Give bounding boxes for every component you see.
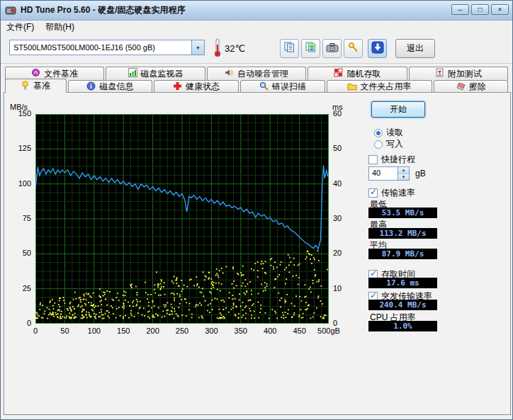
tab-random-access[interactable]: 随机存取: [308, 67, 407, 80]
y-axis-tick: 100: [18, 179, 31, 188]
hd-tune-window: HD Tune Pro 5.60 - 硬盘/固态硬盘实用程序 – □ × 文件(…: [0, 0, 513, 420]
drive-selector-value: ST500LM0ST500LM000-1EJ16 (500 gB): [10, 43, 191, 52]
tab-erase[interactable]: 擦除: [434, 80, 509, 93]
control-panel: 开始 读取 写入 快捷行程 40 ▲ ▼ gB: [363, 93, 512, 414]
max-value: 113.2 MB/s: [368, 228, 437, 239]
tab-health[interactable]: 健康状态: [154, 80, 239, 93]
write-label: 写入: [386, 138, 403, 150]
tab-label: 附加测试: [448, 68, 482, 80]
start-button[interactable]: 开始: [371, 101, 425, 118]
capacity-unit: gB: [415, 169, 426, 178]
avg-value: 87.9 MB/s: [368, 249, 437, 259]
y-axis-tick: 60: [333, 109, 342, 118]
read-label: 读取: [386, 127, 403, 139]
menu-help[interactable]: 帮助(H): [40, 20, 80, 35]
transfer-rate-checkbox[interactable]: [368, 188, 378, 198]
benchmark-chart: MB/s ms 1501251007550250 6050403020100 0…: [4, 93, 363, 414]
window-controls: – □ ×: [451, 4, 509, 15]
tab-folder-usage[interactable]: 文件夹占用率: [327, 80, 432, 93]
short-stroke-checkbox[interactable]: [368, 155, 378, 164]
x-axis-tick: 250: [176, 327, 188, 335]
tab-label: 磁盘监视器: [141, 68, 184, 80]
health-cross-icon: [173, 81, 182, 93]
disk-monitor-icon: [128, 67, 137, 80]
x-axis-tick: 0: [33, 327, 38, 335]
window-title: HD Tune Pro 5.60 - 硬盘/固态硬盘实用程序: [21, 4, 185, 16]
x-axis-ticks: 050100150200250300350400450500gB: [4, 327, 363, 336]
x-axis-tick: 400: [264, 327, 276, 335]
y-axis-tick: 75: [23, 214, 31, 222]
tab-benchmark[interactable]: 基准: [5, 79, 67, 93]
tab-label: 文件夹占用率: [361, 81, 412, 93]
spin-up-button[interactable]: ▲: [398, 167, 409, 174]
x-axis-tick: 500gB: [317, 327, 340, 335]
tab-label: 错误扫描: [272, 81, 306, 93]
read-option[interactable]: 读取: [374, 127, 403, 139]
y-axis-tick: 50: [23, 249, 31, 257]
y-axis-tick: 10: [333, 284, 342, 293]
copy-image-button[interactable]: [301, 39, 320, 58]
options-button[interactable]: [344, 39, 363, 58]
screenshot-button[interactable]: [322, 39, 342, 58]
save-arrow-icon: [371, 41, 384, 57]
lamp-icon: [21, 80, 30, 93]
capacity-spinner: ▲ ▼: [398, 167, 409, 180]
spin-down-button[interactable]: ▼: [398, 174, 409, 181]
y-axis-tick: 20: [333, 249, 342, 257]
minimize-button[interactable]: –: [451, 4, 469, 15]
info-icon: [86, 81, 96, 93]
random-access-icon: [334, 67, 343, 80]
cpu-value: 1.0%: [368, 321, 437, 331]
tab-label: 健康状态: [186, 81, 220, 93]
tab-disk-info[interactable]: 磁盘信息: [68, 80, 153, 93]
write-radio[interactable]: [374, 140, 383, 149]
speaker-icon: [225, 67, 234, 80]
copy-text-button[interactable]: [280, 39, 299, 58]
transfer-rate-option[interactable]: 传输速率: [368, 187, 415, 199]
y-axis-tick: 125: [18, 144, 31, 152]
tab-label: 自动噪音管理: [237, 68, 288, 80]
x-axis-tick: 50: [60, 327, 69, 335]
tab-label: 基准: [33, 80, 50, 92]
x-axis-tick: 450: [293, 327, 305, 335]
titlebar[interactable]: HD Tune Pro 5.60 - 硬盘/固态硬盘实用程序 – □ ×: [1, 1, 512, 21]
tab-label: 磁盘信息: [99, 81, 133, 93]
tab-error-scan[interactable]: 错误扫描: [240, 80, 325, 93]
y-axis-tick: 30: [333, 214, 342, 222]
toolbar: ST500LM0ST500LM000-1EJ16 (500 gB) ▼ 32℃ …: [1, 34, 512, 64]
left-axis-ticks: 1501251007550250: [6, 93, 33, 414]
capacity-input[interactable]: 40 ▲ ▼: [368, 166, 410, 181]
tab-label: 随机存取: [346, 68, 380, 80]
menu-bar: 文件(F) 帮助(H): [1, 21, 512, 35]
x-axis-tick: 300: [205, 327, 218, 335]
write-option[interactable]: 写入: [374, 138, 403, 150]
tab-label: 文件基准: [44, 68, 78, 80]
copy-text-icon: [283, 41, 295, 56]
x-axis-tick: 200: [146, 327, 159, 335]
x-axis-tick: 350: [235, 327, 247, 335]
thermometer-icon: [213, 38, 222, 60]
close-button[interactable]: ×: [491, 4, 509, 15]
maximize-button[interactable]: □: [471, 4, 489, 15]
menu-file[interactable]: 文件(F): [1, 20, 40, 35]
save-screenshot-button[interactable]: [368, 39, 387, 58]
folder-icon: [347, 81, 357, 93]
extra-tests-icon: [435, 67, 444, 80]
tab-row-secondary: 文件基准 磁盘监视器 自动噪音管理 随机存取 附加测试: [5, 67, 508, 80]
tab-aam[interactable]: 自动噪音管理: [207, 67, 306, 80]
eraser-icon: [456, 81, 466, 93]
burst-rate-value: 240.4 MB/s: [368, 300, 437, 310]
drive-selector[interactable]: ST500LM0ST500LM000-1EJ16 (500 gB) ▼: [9, 40, 205, 55]
chevron-down-icon[interactable]: ▼: [191, 40, 204, 55]
read-radio[interactable]: [374, 129, 383, 137]
camera-icon: [326, 42, 339, 56]
tab-extra-tests[interactable]: 附加测试: [409, 67, 508, 80]
exit-button[interactable]: 退出: [395, 39, 435, 58]
access-time-value: 17.6 ms: [368, 278, 437, 288]
tab-disk-monitor[interactable]: 磁盘监视器: [106, 67, 205, 80]
short-stroke-option[interactable]: 快捷行程: [368, 154, 415, 166]
benchmark-plot: [35, 114, 329, 324]
tab-label: 擦除: [469, 81, 486, 93]
y-axis-tick: 40: [333, 179, 342, 188]
capacity-value: 40: [369, 167, 398, 180]
